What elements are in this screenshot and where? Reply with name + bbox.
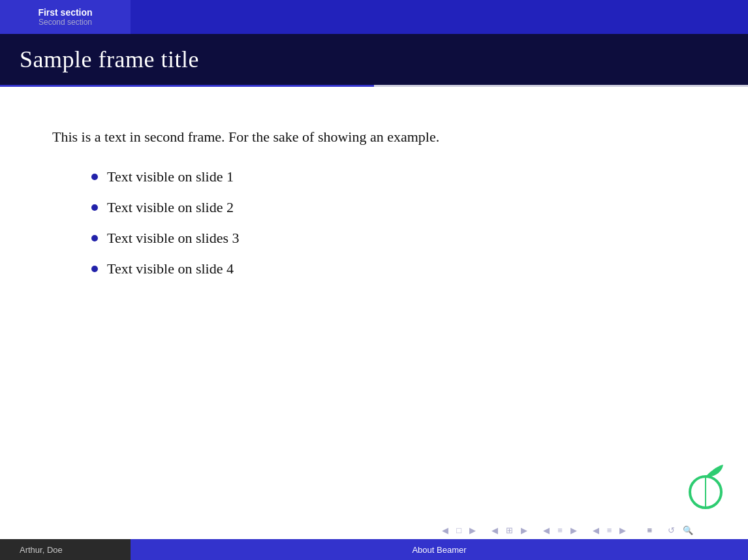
bullet-dot-1: [91, 174, 98, 180]
bullet-dot-3: [91, 235, 98, 241]
bullet-text-2: Text visible on slide 2: [107, 196, 234, 218]
body-text: This is a text in second frame. For the …: [52, 126, 696, 148]
bullet-list: Text visible on slide 1 Text visible on …: [52, 166, 696, 279]
frame-title-bar: Sample frame title: [0, 34, 748, 85]
nav-btn-box[interactable]: □: [454, 524, 464, 537]
nav-btn-next-1[interactable]: ▶: [467, 524, 478, 537]
list-item: Text visible on slide 1: [91, 166, 696, 187]
nav-btn-search[interactable]: 🔍: [680, 524, 696, 537]
nav-controls: ◀ □ ▶ ◀ ⊞ ▶ ◀ ≡ ▶ ◀ ≡ ▶ ≡ ↺ 🔍: [439, 524, 696, 537]
footer-right: About Beamer: [131, 539, 748, 560]
footer-author: Arthur, Doe: [20, 545, 63, 555]
list-item: Text visible on slide 2: [91, 196, 696, 218]
bullet-dot-2: [91, 204, 98, 211]
list-item: Text visible on slide 4: [91, 258, 696, 279]
nav-btn-prev-2[interactable]: ◀: [489, 524, 501, 537]
nav-btn-align-right[interactable]: ≡: [644, 524, 655, 537]
footer-left: Arthur, Doe: [0, 539, 131, 560]
top-nav-bar: First section Second section: [0, 0, 748, 34]
list-item: Text visible on slides 3: [91, 227, 696, 249]
bullet-text-3: Text visible on slides 3: [107, 227, 240, 249]
nav-btn-next-4[interactable]: ▶: [617, 524, 629, 537]
frame-title: Sample frame title: [20, 46, 199, 72]
logo-area: [683, 459, 728, 514]
beamer-logo: [683, 459, 728, 512]
nav-first-section-label: First section: [38, 7, 92, 18]
nav-second-section-label: Second section: [39, 18, 92, 27]
bullet-text-4: Text visible on slide 4: [107, 258, 234, 279]
footer-title: About Beamer: [412, 545, 466, 555]
nav-btn-next-3[interactable]: ▶: [568, 524, 580, 537]
nav-btn-loop[interactable]: ↺: [665, 524, 678, 537]
slide-container: First section Second section Sample fram…: [0, 0, 748, 560]
nav-rest: [131, 0, 748, 34]
nav-btn-next-2[interactable]: ▶: [518, 524, 530, 537]
nav-btn-frame[interactable]: ⊞: [503, 524, 516, 537]
nav-btn-align[interactable]: ≡: [604, 524, 615, 537]
bullet-text-1: Text visible on slide 1: [107, 166, 234, 187]
main-content: This is a text in second frame. For the …: [0, 87, 748, 302]
nav-btn-prev-1[interactable]: ◀: [439, 524, 451, 537]
nav-btn-prev-4[interactable]: ◀: [590, 524, 602, 537]
footer-bar: Arthur, Doe About Beamer: [0, 539, 748, 560]
bullet-dot-4: [91, 266, 98, 272]
nav-btn-menu[interactable]: ≡: [555, 524, 565, 537]
nav-btn-prev-3[interactable]: ◀: [540, 524, 552, 537]
nav-first-section[interactable]: First section Second section: [0, 0, 131, 34]
